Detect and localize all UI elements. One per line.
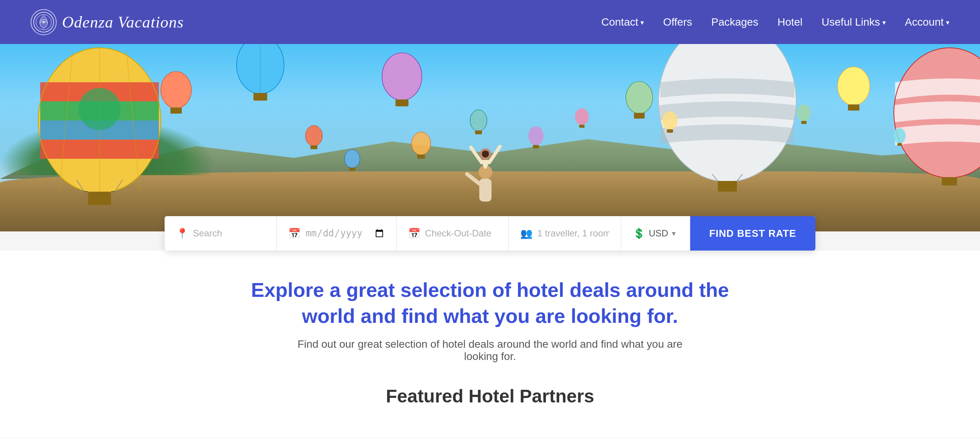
checkin-input[interactable]	[305, 228, 385, 239]
svg-rect-21	[253, 93, 267, 101]
svg-rect-50	[417, 155, 425, 159]
search-bar-wrapper: 📍 📅 📅 👥 💲 USD ▾ FIND BEST RATE	[0, 216, 980, 251]
svg-rect-24	[170, 107, 182, 114]
svg-point-58	[662, 111, 678, 130]
travellers-input[interactable]	[537, 228, 609, 239]
svg-rect-65	[479, 179, 492, 202]
nav-packages[interactable]: Packages	[711, 16, 758, 28]
logo-area[interactable]: Odenza Vacations	[31, 9, 184, 35]
svg-rect-55	[533, 145, 539, 148]
travellers-field[interactable]: 👥	[509, 216, 621, 251]
svg-rect-44	[310, 145, 317, 149]
svg-line-66	[467, 174, 479, 184]
logo-text: Odenza Vacations	[62, 13, 184, 31]
checkout-input[interactable]	[425, 228, 497, 239]
location-icon: 📍	[176, 228, 188, 239]
tagline-subheading: Find out our great selection of hotel de…	[279, 338, 701, 363]
nav-hotel[interactable]: Hotel	[777, 16, 802, 28]
search-bar: 📍 📅 📅 👥 💲 USD ▾ FIND BEST RATE	[165, 216, 815, 251]
nav-offers[interactable]: Offers	[663, 16, 692, 28]
featured-section-title: Featured Hotel Partners	[31, 386, 949, 407]
tagline-heading: Explore a great selection of hotel deals…	[222, 277, 758, 329]
svg-point-62	[893, 128, 906, 143]
chevron-down-icon: ▾	[672, 229, 676, 238]
svg-rect-59	[667, 129, 673, 133]
svg-rect-57	[579, 125, 585, 128]
svg-rect-35	[942, 177, 957, 186]
chevron-down-icon: ▾	[640, 18, 644, 27]
calendar-icon: 📅	[288, 228, 301, 239]
currency-label: USD	[649, 228, 668, 239]
svg-point-12	[78, 88, 121, 130]
chevron-down-icon: ▾	[882, 18, 886, 27]
navbar: Odenza Vacations Contact ▾ Offers Packag…	[0, 0, 980, 44]
svg-rect-53	[475, 130, 482, 134]
nav-account[interactable]: Account ▾	[905, 16, 949, 28]
svg-point-56	[575, 108, 589, 125]
svg-point-2	[42, 21, 45, 23]
svg-rect-47	[349, 168, 355, 171]
currency-icon: 💲	[633, 228, 645, 239]
svg-rect-61	[801, 121, 807, 124]
nav-useful-links[interactable]: Useful Links ▾	[822, 16, 886, 28]
svg-rect-63	[897, 143, 902, 146]
hero-section	[0, 44, 980, 231]
checkin-field[interactable]: 📅	[277, 216, 397, 251]
balloons-container	[0, 44, 980, 231]
logo-icon	[31, 9, 57, 35]
svg-rect-38	[848, 104, 859, 111]
hero-background	[0, 44, 980, 231]
chevron-down-icon: ▾	[946, 18, 949, 27]
find-best-rate-button[interactable]: FIND BEST RATE	[690, 216, 815, 251]
svg-rect-27	[395, 99, 408, 106]
svg-rect-41	[634, 113, 645, 119]
main-content: Explore a great selection of hotel deals…	[0, 251, 980, 437]
svg-point-60	[797, 104, 811, 121]
svg-point-54	[528, 126, 544, 145]
checkout-field[interactable]: 📅	[397, 216, 509, 251]
nav-contact[interactable]: Contact ▾	[601, 16, 644, 28]
nav-links: Contact ▾ Offers Packages Hotel Useful L…	[601, 16, 949, 28]
location-field[interactable]: 📍	[165, 216, 277, 251]
currency-field[interactable]: 💲 USD ▾	[621, 216, 690, 251]
search-input[interactable]	[193, 228, 265, 239]
calendar-checkout-icon: 📅	[408, 228, 420, 239]
svg-rect-30	[718, 181, 737, 192]
person-icon: 👥	[520, 228, 532, 239]
balloons-svg	[0, 44, 980, 231]
svg-rect-13	[88, 192, 111, 205]
